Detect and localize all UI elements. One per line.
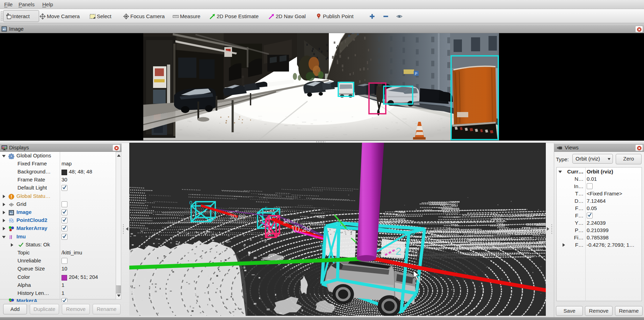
svg-text:1: 1 [319, 240, 325, 252]
svg-text:3: 3 [410, 226, 415, 237]
svg-text:2: 2 [396, 245, 401, 257]
svg-text:10.29: 10.29 [291, 224, 311, 233]
svg-text:5: 5 [265, 206, 268, 211]
svg-text:30.89: 30.89 [229, 213, 246, 221]
svg-text:P: P [415, 72, 417, 76]
svg-text:0: 0 [189, 200, 192, 206]
svg-text:18.47: 18.47 [283, 217, 299, 225]
